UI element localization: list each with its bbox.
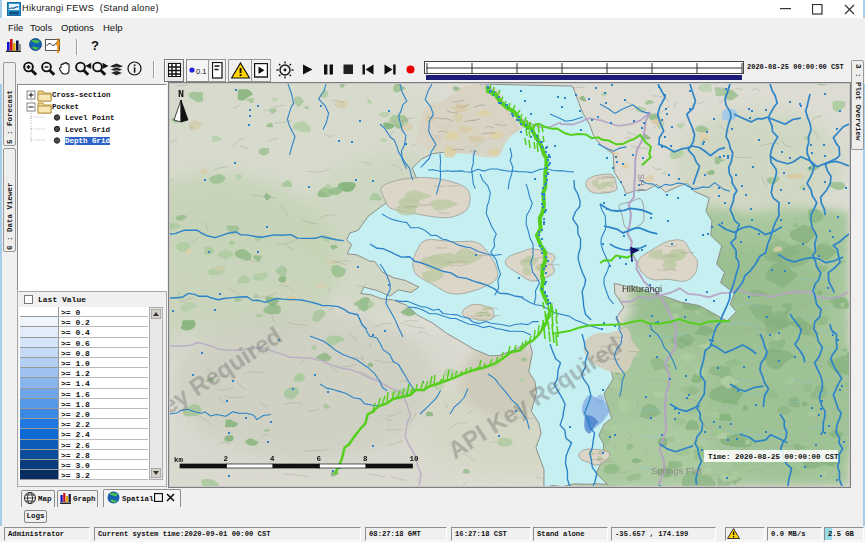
svg-text:8: 8	[363, 455, 368, 463]
svg-text:km: km	[174, 456, 184, 464]
svg-text:N: N	[178, 89, 184, 100]
svg-text:6: 6	[317, 455, 322, 463]
svg-text:Hikurangi: Hikurangi	[622, 283, 662, 294]
svg-text:Time: 2020-08-25 00:00:00 CST: Time: 2020-08-25 00:00:00 CST	[708, 453, 839, 461]
svg-text:4: 4	[270, 455, 275, 463]
svg-text:Springs Flat: Springs Flat	[651, 465, 702, 476]
svg-text:10: 10	[410, 455, 420, 463]
svg-text:2: 2	[224, 455, 229, 463]
svg-text:0.1: 0.1	[196, 67, 206, 76]
svg-text:SH 1: SH 1	[636, 174, 647, 194]
